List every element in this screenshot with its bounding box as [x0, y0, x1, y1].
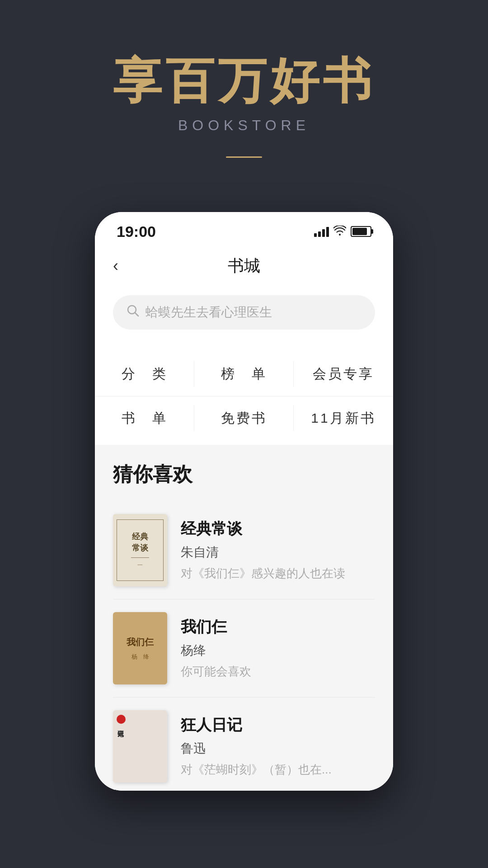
category-item-classify[interactable]: 分 类 [95, 352, 194, 396]
recommend-section: 猜你喜欢 经典常谈 一 经典常谈 朱自清 [95, 445, 393, 791]
category-item-free[interactable]: 免费书 [194, 396, 294, 440]
book-list: 经典常谈 一 经典常谈 朱自清 对《我们仨》感兴趣的人也在读 [113, 501, 375, 791]
category-item-booklist[interactable]: 书 单 [95, 396, 194, 440]
hero-title: 享百万好书 [113, 54, 375, 108]
category-row-1: 分 类 榜 单 会员专享 [95, 352, 393, 396]
hero-section: 享百万好书 BOOKSTORE [0, 0, 488, 194]
phone-mockup: 19:00 [95, 212, 393, 791]
signal-icon [314, 226, 329, 237]
book-name: 狂人日记 [181, 715, 375, 736]
book-info-2: 我们仨 杨绛 你可能会喜欢 [181, 617, 375, 679]
nav-bar: ‹ 书城 [95, 248, 393, 286]
search-icon [127, 304, 139, 320]
status-bar: 19:00 [95, 212, 393, 248]
book-item[interactable]: 经典常谈 一 经典常谈 朱自清 对《我们仨》感兴趣的人也在读 [113, 501, 375, 599]
category-item-vip[interactable]: 会员专享 [294, 352, 393, 396]
nav-title: 书城 [228, 255, 260, 277]
search-placeholder-text: 蛤蟆先生去看心理医生 [145, 304, 272, 321]
book-info-1: 经典常谈 朱自清 对《我们仨》感兴趣的人也在读 [181, 519, 375, 581]
battery-icon [351, 226, 371, 237]
status-icons [314, 225, 371, 239]
status-time: 19:00 [117, 223, 156, 241]
hero-divider [226, 156, 262, 158]
wifi-icon [333, 225, 346, 239]
search-container: 蛤蟆先生去看心理医生 [95, 286, 393, 339]
app-container: 享百万好书 BOOKSTORE 19:00 [0, 0, 488, 868]
book-cover-1: 经典常谈 一 [113, 514, 167, 586]
book-author: 杨绛 [181, 642, 375, 659]
book-item[interactable]: 我们仨 杨 绛 我们仨 杨绛 你可能会喜欢 [113, 599, 375, 698]
category-row-2: 书 单 免费书 11月新书 [95, 396, 393, 440]
book-desc: 对《我们仨》感兴趣的人也在读 [181, 566, 375, 581]
book-author: 朱自清 [181, 544, 375, 561]
recommend-title: 猜你喜欢 [113, 461, 375, 488]
book-name: 经典常谈 [181, 519, 375, 539]
hero-subtitle: BOOKSTORE [178, 117, 310, 134]
book-desc: 你可能会喜欢 [181, 664, 375, 679]
back-button[interactable]: ‹ [113, 256, 118, 275]
category-item-newbooks[interactable]: 11月新书 [294, 396, 393, 440]
search-bar[interactable]: 蛤蟆先生去看心理医生 [113, 295, 375, 330]
category-item-ranking[interactable]: 榜 单 [194, 352, 294, 396]
book-author: 鲁迅 [181, 740, 375, 757]
phone-screen: 19:00 [95, 212, 393, 791]
category-grid: 分 类 榜 单 会员专享 书 单 免费书 11月新书 [95, 343, 393, 445]
svg-line-1 [135, 313, 138, 316]
book-desc: 对《茫蝴时刻》（暂）也在... [181, 762, 375, 778]
book-cover-2: 我们仨 杨 绛 [113, 612, 167, 684]
book-cover-3: 狂人日记 [113, 710, 167, 783]
book-info-3: 狂人日记 鲁迅 对《茫蝴时刻》（暂）也在... [181, 715, 375, 778]
book-item[interactable]: 狂人日记 狂人日记 鲁迅 对《茫蝴时刻》（暂）也在... [113, 698, 375, 791]
book-name: 我们仨 [181, 617, 375, 637]
